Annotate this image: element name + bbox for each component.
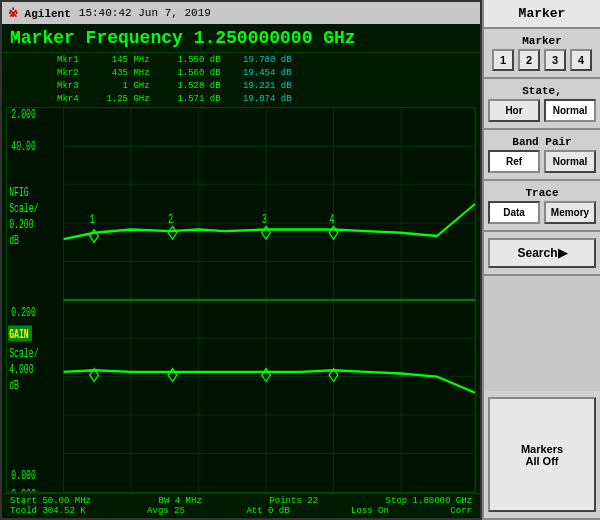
main-screen: ※ Agilent 15:40:42 Jun 7, 2019 Marker Fr… [0,0,482,520]
right-panel: Marker Marker 1 2 3 4 State, Hor Normal … [482,0,600,520]
agilent-logo: ※ Agilent [8,6,71,21]
state-normal-btn[interactable]: Normal [544,99,596,122]
svg-text:GAIN: GAIN [9,328,29,342]
agilent-star: ※ [8,7,18,21]
status-avgs: Avgs 25 [147,506,185,516]
trace-memory-btn[interactable]: Memory [544,201,596,224]
markers-all-off-section: MarkersAll Off [484,391,600,520]
svg-text:40.00: 40.00 [11,139,35,153]
trace-label: Trace [488,187,596,199]
marker-db2-col: 19.780 dB 19.454 dB 19.221 dB 19.074 dB [237,54,292,106]
marker-buttons: 1 2 3 4 [488,49,596,71]
svg-text:dB: dB [9,379,19,393]
svg-text:4: 4 [329,213,335,227]
band-pair-section: Band Pair Ref Normal [484,130,600,181]
search-button[interactable]: Search▶ [488,238,596,268]
svg-text:Scale/: Scale/ [9,202,38,216]
status-bw: BW 4 MHz [159,496,202,506]
state-label: State, [488,85,596,97]
marker-btn-2[interactable]: 2 [518,49,540,71]
marker-btn-1[interactable]: 1 [492,49,514,71]
marker-section: Marker 1 2 3 4 [484,29,600,79]
state-buttons: Hor Normal [488,99,596,122]
marker-freqs-col: 145 MHz 435 MHz 1 GHz 1.25 GHz [95,54,150,106]
freq-title: Marker Frequency 1.250000000 GHz [2,24,480,53]
markers-all-off-button[interactable]: MarkersAll Off [488,397,596,512]
marker-btn-4[interactable]: 4 [570,49,592,71]
svg-marker-28 [168,369,177,382]
marker-section-label: Marker [488,35,596,47]
state-hor-btn[interactable]: Hor [488,99,540,122]
status-bar: Start 50.00 MHz BW 4 MHz Points 22 Stop … [2,493,480,518]
svg-marker-20 [168,227,177,240]
status-att: Att 0 dB [246,506,289,516]
band-normal-btn[interactable]: Normal [544,150,596,173]
svg-text:2.000: 2.000 [11,108,35,121]
svg-text:0.200: 0.200 [9,218,33,232]
svg-text:NFIG: NFIG [9,186,29,200]
status-row-1: Start 50.00 MHz BW 4 MHz Points 22 Stop … [10,496,472,506]
state-section: State, Hor Normal [484,79,600,130]
header-bar: ※ Agilent 15:40:42 Jun 7, 2019 [2,2,480,24]
svg-text:Scale/: Scale/ [9,347,38,361]
chart-area: 1 2 3 4 2.000 40.00 NFIG Scale/ 0.200 dB… [6,107,476,493]
panel-title: Marker [484,0,600,29]
status-start: Start 50.00 MHz [10,496,91,506]
header-time: 15:40:42 Jun 7, 2019 [79,7,474,19]
trace-data-btn[interactable]: Data [488,201,540,224]
status-corr: Corr [450,506,472,516]
svg-text:4.000: 4.000 [9,363,33,377]
marker-db1-col: 1.550 dB 1.560 dB 1.528 dB 1.571 dB [166,54,221,106]
status-loss: Loss On [351,506,389,516]
svg-text:1: 1 [90,213,96,227]
band-ref-btn[interactable]: Ref [488,150,540,173]
status-points: Points 22 [269,496,318,506]
marker-info-table: Mkr1 Mkr2 Mkr3 Mkr4 145 MHz 435 MHz 1 GH… [2,53,480,107]
svg-text:0.000: 0.000 [11,488,35,492]
trace-buttons: Data Memory [488,201,596,224]
svg-text:3: 3 [262,213,267,227]
status-row-2: Tcold 304.52 K Avgs 25 Att 0 dB Loss On … [10,506,472,516]
svg-text:2: 2 [168,213,173,227]
svg-text:0.200: 0.200 [11,306,35,320]
status-tcold: Tcold 304.52 K [10,506,86,516]
chart-svg: 1 2 3 4 2.000 40.00 NFIG Scale/ 0.200 dB… [7,108,475,492]
band-pair-label: Band Pair [488,136,596,148]
marker-btn-3[interactable]: 3 [544,49,566,71]
band-pair-buttons: Ref Normal [488,150,596,173]
trace-section: Trace Data Memory [484,181,600,232]
svg-text:dB: dB [9,234,19,248]
status-stop: Stop 1.80000 GHz [386,496,472,506]
svg-text:0.000: 0.000 [11,469,35,483]
marker-names-col: Mkr1 Mkr2 Mkr3 Mkr4 [57,54,79,106]
search-section: Search▶ [484,232,600,276]
